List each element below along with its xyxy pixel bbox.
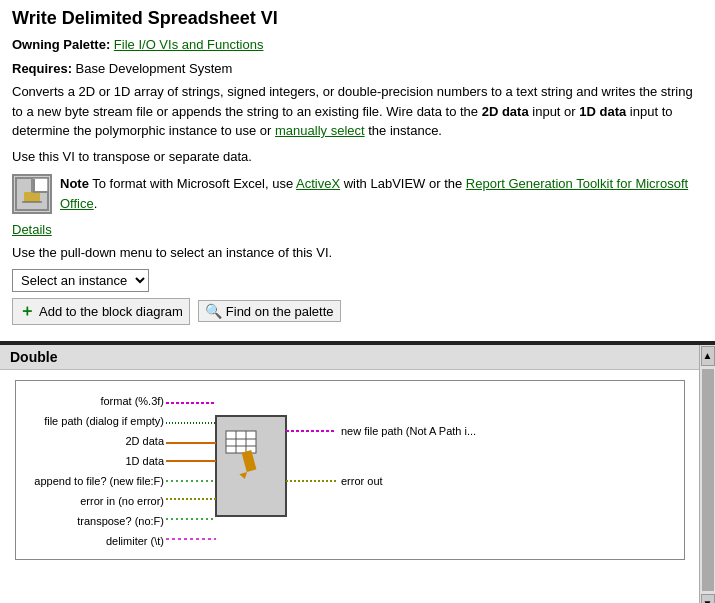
diagram-area: format (%.3f) file path (dialog if empty… — [0, 370, 699, 570]
requires-line: Requires: Base Development System — [12, 59, 703, 79]
svg-text:append to file? (new file:F): append to file? (new file:F) — [34, 475, 164, 487]
svg-text:1D data: 1D data — [125, 455, 164, 467]
search-icon: 🔍 — [205, 303, 222, 319]
scroll-down-arrow[interactable]: ▼ — [701, 594, 715, 604]
svg-text:delimiter (\t): delimiter (\t) — [105, 535, 163, 547]
activex-link[interactable]: ActiveX — [296, 176, 340, 191]
owning-palette-label: Owning Palette: — [12, 37, 110, 52]
note-text: Note To format with Microsoft Excel, use… — [60, 174, 703, 213]
instance-select[interactable]: Select an instance — [12, 269, 149, 292]
add-icon: ＋ — [19, 301, 35, 322]
desc-2d: 2D data — [482, 104, 529, 119]
find-on-palette-button[interactable]: 🔍 Find on the palette — [198, 300, 341, 322]
find-label: Find on the palette — [226, 304, 334, 319]
diagram-svg: format (%.3f) file path (dialog if empty… — [16, 381, 685, 560]
main-content: Write Delimited Spreadsheet VI Owning Pa… — [0, 0, 715, 333]
action-row: ＋ Add to the block diagram 🔍 Find on the… — [12, 298, 703, 325]
bottom-header: Double — [0, 345, 699, 370]
use-text: Use this VI to transpose or separate dat… — [12, 147, 703, 167]
requires-label: Requires: — [12, 61, 72, 76]
manually-select-link[interactable]: manually select — [275, 123, 365, 138]
details-link[interactable]: Details — [12, 222, 703, 237]
instance-select-row: Select an instance — [12, 269, 703, 292]
note-icon — [12, 174, 52, 214]
scroll-up-arrow[interactable]: ▲ — [701, 346, 715, 366]
description: Converts a 2D or 1D array of strings, si… — [12, 82, 703, 141]
svg-text:file path (dialog if empty): file path (dialog if empty) — [44, 415, 164, 427]
add-to-diagram-button[interactable]: ＋ Add to the block diagram — [12, 298, 190, 325]
svg-text:transpose? (no:F): transpose? (no:F) — [77, 515, 164, 527]
svg-rect-3 — [24, 192, 40, 202]
note-box: Note To format with Microsoft Excel, use… — [12, 174, 703, 214]
svg-text:error in (no error): error in (no error) — [80, 495, 164, 507]
note-label: Note — [60, 176, 89, 191]
scroll-thumb — [702, 369, 714, 591]
owning-palette-link[interactable]: File I/O VIs and Functions — [114, 37, 264, 52]
page-title: Write Delimited Spreadsheet VI — [12, 8, 703, 29]
svg-text:error out: error out — [341, 475, 383, 487]
desc-mid: input or — [529, 104, 580, 119]
desc-tail: the instance. — [365, 123, 442, 138]
svg-text:new file path (Not A Path i...: new file path (Not A Path i... — [341, 425, 476, 437]
pulldown-text: Use the pull-down menu to select an inst… — [12, 243, 703, 263]
pulldown-section: Use the pull-down menu to select an inst… — [12, 243, 703, 263]
svg-rect-14 — [226, 431, 256, 453]
desc-1d: 1D data — [579, 104, 626, 119]
svg-rect-1 — [32, 178, 48, 192]
bottom-section: Double format (%.3f) file path (dialog i… — [0, 345, 715, 604]
svg-text:2D data: 2D data — [125, 435, 164, 447]
owning-palette-line: Owning Palette: File I/O VIs and Functio… — [12, 35, 703, 55]
requires-value: Base Development System — [76, 61, 233, 76]
svg-text:format (%.3f): format (%.3f) — [100, 395, 164, 407]
diagram-box: format (%.3f) file path (dialog if empty… — [15, 380, 685, 560]
add-label: Add to the block diagram — [39, 304, 183, 319]
